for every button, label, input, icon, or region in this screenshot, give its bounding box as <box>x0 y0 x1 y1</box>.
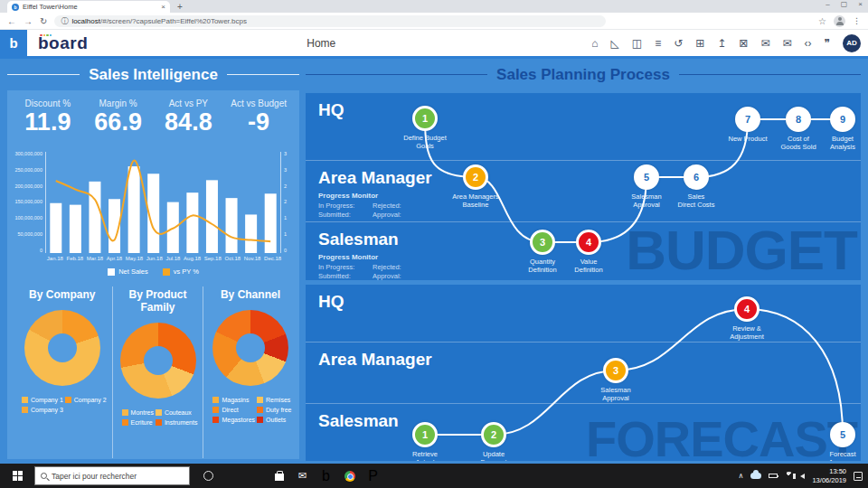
window-close-button[interactable]: × <box>858 0 863 8</box>
share-icon[interactable]: ↥ <box>717 38 726 49</box>
task-view-icon[interactable] <box>226 470 238 482</box>
kpi-value: 66.9 <box>83 110 154 135</box>
undo-icon[interactable]: ↺ <box>674 38 683 49</box>
presentation-icon[interactable]: ◫ <box>632 38 642 49</box>
step-budget-2[interactable]: 2 <box>463 164 488 190</box>
bar-Sep.18[interactable] <box>206 180 218 253</box>
store-icon[interactable] <box>273 470 285 482</box>
mail-add-icon[interactable]: ✉ <box>760 38 769 49</box>
legend-item: Magasins <box>212 397 255 403</box>
screen-icon[interactable]: ⊞ <box>695 38 704 49</box>
kpi-value: 84.8 <box>154 110 224 135</box>
back-icon[interactable]: ← <box>7 16 16 26</box>
bar-Feb.18[interactable] <box>70 205 81 253</box>
bar-Dec.18[interactable] <box>265 193 277 253</box>
step-forecast-5[interactable]: 5 <box>830 422 855 447</box>
donut-chart[interactable] <box>212 310 288 386</box>
site-info-icon[interactable]: ⓘ <box>61 16 68 26</box>
menu-icon[interactable]: ≡ <box>655 38 661 49</box>
legend-swatch <box>65 397 71 403</box>
export-excel-icon[interactable]: ⊠ <box>739 38 748 49</box>
legend-item: Company 3 <box>22 407 63 413</box>
browser-profile-icon[interactable] <box>834 15 845 27</box>
legend-swatch <box>22 397 28 403</box>
home-icon[interactable]: ⌂ <box>591 38 598 49</box>
refresh-icon[interactable]: ↻ <box>40 16 47 26</box>
kpi-margin-: Margin %66.9 <box>83 99 154 146</box>
search-placeholder: Taper ici pour rechercher <box>52 472 137 481</box>
step-forecast-4[interactable]: 4 <box>734 296 760 322</box>
board-logo-mark[interactable]: b <box>0 30 27 56</box>
kpi-discount-: Discount %11.9 <box>13 99 83 146</box>
user-avatar[interactable]: AD <box>843 34 861 52</box>
donut-chart[interactable] <box>120 323 196 399</box>
tray-expand-icon[interactable]: ∧ <box>739 472 744 480</box>
chart-legend: Net Salesvs PY % <box>13 267 294 276</box>
window-maximize-button[interactable]: ▢ <box>841 0 848 8</box>
kpi-act-vs-budget: Act vs Budget-9 <box>223 99 294 146</box>
net-sales-chart[interactable]: 300,000,000250,000,000200,000,000150,000… <box>13 152 294 276</box>
kpi-row: Discount %11.9Margin %66.9Act vs PY84.8A… <box>13 90 294 146</box>
window-minimize-button[interactable]: – <box>826 0 829 8</box>
board-logo-wordmark: board <box>38 33 88 53</box>
volume-icon[interactable] <box>800 474 805 479</box>
donut-chart[interactable] <box>24 310 100 386</box>
action-center-icon[interactable] <box>854 472 863 481</box>
code-icon[interactable]: ‹› <box>805 38 812 49</box>
taskbar-clock[interactable]: 13:50 13/06/2019 <box>812 467 846 485</box>
step-budget-8[interactable]: 8 <box>786 107 811 132</box>
board-app-icon[interactable]: b <box>320 470 332 482</box>
step-budget-3[interactable]: 3 <box>530 230 555 255</box>
browser-menu-icon[interactable]: ⋮ <box>853 16 861 25</box>
step-budget-6[interactable]: 6 <box>684 164 709 190</box>
step-budget-4[interactable]: 4 <box>576 230 601 255</box>
legend-swatch <box>156 409 162 416</box>
file-explorer-icon[interactable] <box>250 470 261 482</box>
forward-icon[interactable]: → <box>24 16 33 26</box>
kpi-label: Act vs PY <box>154 99 224 108</box>
chat-icon[interactable]: ❞ <box>825 38 830 49</box>
step-budget-7[interactable]: 7 <box>735 107 760 132</box>
url-field[interactable]: ⓘ localhost/#/screen/?capsulePath=Eiffel… <box>54 15 606 27</box>
powerpoint-icon[interactable]: P <box>367 470 379 482</box>
step-label: Salesman Approval <box>584 386 647 403</box>
legend-item: Duty free <box>257 407 291 413</box>
step-label: Review & Adjustment <box>715 324 778 342</box>
legend-swatch <box>122 419 128 426</box>
legend-item: Company 1 <box>22 397 63 403</box>
step-budget-1[interactable]: 1 <box>412 106 438 131</box>
kpi-label: Margin % <box>83 99 154 108</box>
tab-favicon-icon: b <box>12 4 19 11</box>
vs-py-line[interactable] <box>56 161 270 242</box>
bar-Nov.18[interactable] <box>245 214 257 253</box>
tab-close-icon[interactable]: × <box>161 3 165 11</box>
cortana-icon[interactable] <box>203 470 214 482</box>
bar-Oct.18[interactable] <box>226 198 238 253</box>
taskbar-search-input[interactable]: Taper ici pour rechercher <box>34 466 190 485</box>
browser-tab[interactable]: b Eiffel Tower\Home × <box>7 1 170 13</box>
bookmark-star-icon[interactable]: ☆ <box>818 16 826 26</box>
bar-May.18[interactable] <box>128 166 140 253</box>
budget-process-block: BUDGETHQArea ManagerProgress MonitorIn P… <box>306 93 861 280</box>
mail-icon[interactable]: ✉ <box>297 470 308 482</box>
new-tab-button[interactable]: + <box>177 1 183 13</box>
step-forecast-2[interactable]: 2 <box>481 422 506 447</box>
mail-send-icon[interactable]: ✉ <box>782 38 791 49</box>
url-host: localhost <box>71 17 100 25</box>
chrome-icon[interactable] <box>344 470 355 482</box>
onedrive-icon[interactable] <box>750 473 761 479</box>
chart-plot-area[interactable] <box>45 152 281 253</box>
bar-Jan.18[interactable] <box>50 203 61 253</box>
step-forecast-3[interactable]: 3 <box>603 358 628 383</box>
step-budget-9[interactable]: 9 <box>830 107 855 132</box>
start-button[interactable] <box>0 464 34 488</box>
search-icon <box>41 473 47 479</box>
battery-icon[interactable] <box>769 474 778 478</box>
donut-title: By Company <box>13 288 112 301</box>
step-forecast-1[interactable]: 1 <box>412 422 438 447</box>
bar-Mar.18[interactable] <box>89 182 100 253</box>
design-icon[interactable]: ◺ <box>611 38 619 49</box>
bar-Aug.18[interactable] <box>186 192 198 253</box>
wifi-icon[interactable] <box>785 472 793 480</box>
step-budget-5[interactable]: 5 <box>634 164 659 190</box>
